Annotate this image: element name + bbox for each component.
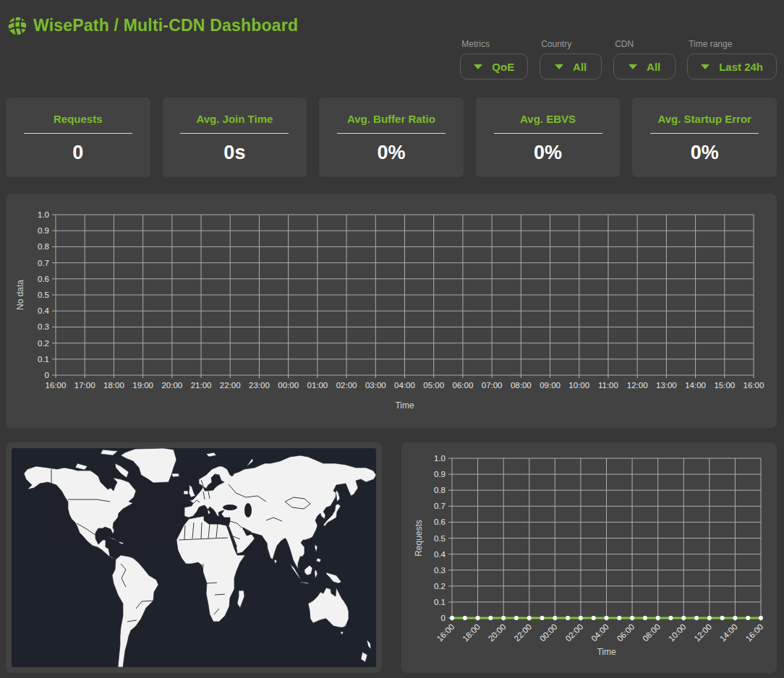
svg-text:06:00: 06:00 — [615, 622, 636, 643]
map-panel — [6, 442, 382, 673]
svg-text:01:00: 01:00 — [307, 381, 328, 390]
svg-text:No data: No data — [15, 280, 25, 310]
svg-text:0.7: 0.7 — [38, 259, 49, 267]
country-select[interactable]: All — [540, 53, 602, 80]
svg-text:22:00: 22:00 — [512, 622, 533, 643]
svg-text:0.3: 0.3 — [38, 322, 49, 331]
dashboard-page: WisePath / Multi-CDN Dashboard Metrics Q… — [0, 0, 784, 678]
svg-text:0.8: 0.8 — [38, 242, 49, 251]
svg-text:12:00: 12:00 — [692, 622, 713, 643]
svg-text:00:00: 00:00 — [538, 622, 559, 643]
stat-value: 0% — [632, 142, 777, 164]
qoe-chart-panel: 00.10.20.30.40.50.60.70.80.91.016:0017:0… — [6, 194, 777, 428]
svg-text:0.1: 0.1 — [434, 598, 446, 606]
metrics-value: QoE — [492, 61, 514, 73]
stat-card-avg-startup-error: Avg. Startup Error 0% — [632, 98, 777, 177]
filter-group-cdn: CDN All — [613, 39, 676, 80]
stat-title: Requests — [6, 113, 150, 125]
svg-text:14:00: 14:00 — [718, 622, 739, 643]
svg-text:10:00: 10:00 — [568, 381, 589, 390]
svg-text:15:00: 15:00 — [714, 381, 735, 390]
country-label: Country — [541, 39, 602, 49]
svg-text:17:00: 17:00 — [74, 381, 95, 390]
time-range-value: Last 24h — [719, 61, 763, 73]
svg-text:08:00: 08:00 — [511, 381, 532, 390]
svg-text:0: 0 — [45, 371, 49, 379]
svg-text:0.6: 0.6 — [38, 275, 49, 283]
cdn-select[interactable]: All — [613, 53, 676, 80]
stats-row: Requests 0 Avg. Join Time 0s Avg. Buffer… — [6, 98, 777, 177]
metrics-label: Metrics — [461, 39, 528, 49]
stat-card-requests: Requests 0 — [6, 98, 150, 177]
svg-text:0.9: 0.9 — [38, 226, 49, 235]
filter-bar: Metrics QoE Country All CDN All Time ran… — [460, 39, 777, 80]
svg-text:0: 0 — [441, 614, 446, 622]
svg-text:06:00: 06:00 — [453, 381, 474, 390]
divider — [494, 133, 602, 134]
svg-text:0.9: 0.9 — [434, 470, 446, 479]
filter-group-metrics: Metrics QoE — [460, 39, 528, 80]
time-range-select[interactable]: Last 24h — [687, 53, 777, 80]
svg-text:20:00: 20:00 — [161, 381, 182, 390]
svg-text:11:00: 11:00 — [598, 381, 618, 390]
metrics-select[interactable]: QoE — [460, 53, 528, 80]
svg-text:19:00: 19:00 — [132, 381, 153, 390]
svg-text:02:00: 02:00 — [563, 622, 584, 643]
svg-text:Requests: Requests — [414, 520, 424, 557]
divider — [24, 133, 132, 134]
time-range-label: Time range — [689, 39, 777, 49]
svg-text:0.8: 0.8 — [434, 486, 446, 494]
svg-text:13:00: 13:00 — [656, 381, 677, 390]
requests-chart-panel: 00.10.20.30.40.50.60.70.80.91.016:0018:0… — [401, 442, 777, 673]
page-title: WisePath / Multi-CDN Dashboard — [33, 16, 298, 35]
svg-text:05:00: 05:00 — [423, 381, 444, 390]
svg-text:0.5: 0.5 — [38, 291, 49, 299]
stat-value: 0 — [6, 142, 150, 164]
svg-text:20:00: 20:00 — [487, 622, 508, 643]
cdn-label: CDN — [615, 39, 676, 49]
cdn-value: All — [647, 61, 660, 73]
stat-title: Avg. Startup Error — [632, 113, 777, 125]
svg-text:07:00: 07:00 — [482, 381, 503, 390]
svg-text:0.2: 0.2 — [434, 582, 446, 591]
svg-text:16:00: 16:00 — [743, 381, 764, 390]
chevron-down-icon — [629, 64, 637, 69]
svg-text:1.0: 1.0 — [38, 210, 49, 219]
requests-chart[interactable]: 00.10.20.30.40.50.60.70.80.91.016:0018:0… — [401, 442, 777, 676]
stat-value: 0s — [163, 142, 307, 164]
svg-text:08:00: 08:00 — [641, 622, 662, 643]
svg-text:04:00: 04:00 — [589, 622, 610, 643]
chevron-down-icon — [701, 64, 710, 69]
wisepath-logo-icon — [7, 15, 28, 37]
svg-text:0.4: 0.4 — [434, 550, 446, 559]
svg-text:16:00: 16:00 — [744, 622, 765, 643]
svg-text:03:00: 03:00 — [365, 381, 386, 390]
stat-card-avg-buffer-ratio: Avg. Buffer Ratio 0% — [319, 98, 464, 177]
stat-card-avg-ebvs: Avg. EBVS 0% — [476, 98, 621, 177]
svg-text:Time: Time — [395, 400, 414, 411]
svg-text:14:00: 14:00 — [685, 381, 706, 390]
world-map[interactable] — [12, 448, 376, 667]
stat-card-avg-join-time: Avg. Join Time 0s — [163, 98, 307, 177]
svg-text:16:00: 16:00 — [46, 381, 67, 390]
svg-text:0.3: 0.3 — [434, 566, 446, 575]
svg-text:0.1: 0.1 — [38, 355, 49, 364]
svg-text:0.6: 0.6 — [434, 518, 446, 526]
stat-value: 0% — [319, 142, 464, 164]
svg-text:22:00: 22:00 — [220, 381, 241, 390]
svg-text:00:00: 00:00 — [278, 381, 299, 390]
divider — [650, 133, 759, 134]
stat-title: Avg. Join Time — [163, 113, 307, 125]
chevron-down-icon — [555, 64, 563, 69]
svg-text:0.4: 0.4 — [38, 306, 50, 315]
stat-title: Avg. Buffer Ratio — [319, 113, 464, 125]
svg-text:Time: Time — [597, 647, 616, 657]
chevron-down-icon — [474, 64, 482, 69]
stat-title: Avg. EBVS — [476, 113, 621, 125]
country-value: All — [573, 61, 587, 73]
qoe-chart[interactable]: 00.10.20.30.40.50.60.70.80.91.016:0017:0… — [6, 194, 777, 431]
svg-text:04:00: 04:00 — [394, 381, 415, 390]
stat-value: 0% — [476, 142, 621, 164]
svg-text:0.7: 0.7 — [434, 502, 446, 510]
svg-text:18:00: 18:00 — [103, 381, 124, 390]
